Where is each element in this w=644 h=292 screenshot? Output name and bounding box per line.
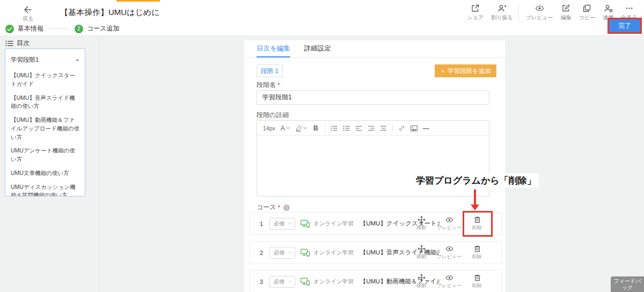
delete-button[interactable]: 削除 bbox=[465, 245, 489, 260]
course-type-label: オンライン学習 bbox=[313, 278, 354, 286]
feedback-button[interactable]: フィードバック bbox=[611, 276, 644, 292]
online-learning-icon bbox=[301, 278, 310, 286]
trash-icon bbox=[473, 216, 481, 224]
course-row-actions: 移動 プレビュー 削除 bbox=[409, 213, 489, 235]
move-button[interactable]: 移動 bbox=[409, 274, 433, 289]
toolbar-button[interactable]: コピー bbox=[575, 4, 599, 21]
highlight-icon bbox=[295, 125, 302, 132]
content-area: 目次 学習段階1 【UMU】クイックスタートガイド 【UMU】音声スライド機能の… bbox=[0, 35, 644, 292]
tab-advanced-settings[interactable]: 詳細設定 bbox=[304, 40, 331, 57]
course-row: 1 必修 オンライン学習 【UMU】クイックスタートガイド 移動 プレビュー 削… bbox=[250, 212, 502, 235]
trash-icon bbox=[473, 274, 481, 282]
course-list: 1 必修 オンライン学習 【UMU】クイックスタートガイド 移動 プレビュー 削… bbox=[250, 212, 502, 292]
stage-tab[interactable]: 段階 1 bbox=[257, 64, 283, 77]
toolbar-button[interactable]: 割り振る bbox=[487, 4, 516, 21]
toc-item-list: 【UMU】クイックスタートガイド 【UMU】音声スライド機能の使い方 【UMU】… bbox=[9, 71, 81, 196]
collapse-caret-icon[interactable] bbox=[75, 59, 79, 61]
preview-button[interactable]: プレビュー bbox=[437, 245, 461, 260]
align-center-button[interactable] bbox=[377, 125, 390, 132]
back-button[interactable]: 戻る bbox=[18, 5, 38, 23]
required-asterisk: * bbox=[278, 204, 281, 211]
preview-button[interactable]: プレビュー bbox=[437, 274, 461, 289]
eye-icon bbox=[445, 274, 453, 282]
step-done-check-icon bbox=[5, 25, 14, 33]
font-color-select[interactable]: A bbox=[278, 125, 292, 132]
toolbar-button[interactable]: プレビュー bbox=[518, 4, 557, 21]
toolbar-icon bbox=[603, 4, 613, 13]
toolbar-icon bbox=[491, 4, 513, 13]
toc-header: 目次 bbox=[5, 39, 30, 48]
eye-icon bbox=[445, 216, 453, 224]
delete-button[interactable]: 削除 bbox=[465, 216, 489, 231]
align-left-button[interactable] bbox=[353, 125, 365, 132]
course-row: 2 必修 オンライン学習 【UMU】音声スライド機能の使... 移動 プレビュー… bbox=[250, 241, 502, 264]
course-label: コース * i bbox=[257, 203, 290, 212]
course-row-actions: 移動 プレビュー 削除 bbox=[409, 242, 489, 264]
toc-item[interactable]: 【UMU】動画機能＆ファイルアップロード機能の使い方 bbox=[9, 116, 81, 141]
step-connector bbox=[49, 28, 69, 29]
back-arrow-icon bbox=[18, 5, 38, 14]
toc-list-icon bbox=[5, 40, 13, 47]
step-indicator: 基本情報 2 コース追加 bbox=[5, 24, 120, 33]
toolbar-button[interactable]: シェア bbox=[463, 4, 487, 21]
bold-button[interactable]: B bbox=[310, 125, 322, 132]
toc-item[interactable]: UMU文章機能の使い方 bbox=[9, 169, 81, 178]
toc-title: 目次 bbox=[17, 39, 30, 48]
course-requirement-select[interactable]: 必修 bbox=[269, 276, 295, 288]
toc-group-stage1[interactable]: 学習段階1 bbox=[9, 54, 81, 71]
stage-name-label-text: 段階名 bbox=[257, 81, 276, 90]
insert-image-button[interactable] bbox=[408, 125, 420, 132]
horizontal-rule-button[interactable]: — bbox=[420, 125, 432, 132]
add-stage-button[interactable]: ＋ 学習段階を追加 bbox=[435, 64, 496, 77]
course-requirement-select[interactable]: 必修 bbox=[269, 247, 295, 259]
preview-label: プレビュー bbox=[437, 224, 462, 231]
online-learning-icon bbox=[301, 220, 310, 228]
done-button-highlight: 完了 bbox=[608, 18, 642, 34]
insert-link-button[interactable] bbox=[396, 125, 408, 132]
toolbar-button[interactable]: 編集 bbox=[557, 4, 575, 21]
unordered-list-button[interactable] bbox=[340, 125, 353, 132]
align-right-button[interactable] bbox=[365, 125, 377, 132]
move-button[interactable]: 移動 bbox=[409, 245, 433, 260]
chevron-down-icon bbox=[285, 127, 290, 129]
panel-tabs: 目次を編集 詳細設定 bbox=[244, 40, 505, 58]
toc-item[interactable]: UMUディスカッション機能＆質問機能の使い方 bbox=[9, 183, 81, 197]
ordered-list-button[interactable] bbox=[328, 125, 340, 132]
trash-icon bbox=[473, 245, 481, 253]
move-icon bbox=[418, 216, 426, 224]
chevron-down-icon bbox=[288, 251, 292, 254]
course-requirement-value: 必修 bbox=[274, 249, 285, 257]
toc-item[interactable]: 【UMU】音声スライド機能の使い方 bbox=[9, 94, 81, 111]
step-number-badge: 2 bbox=[75, 25, 83, 33]
delete-button[interactable]: 削除 bbox=[465, 274, 489, 289]
toolbar-icon bbox=[526, 4, 553, 13]
active-tab-indicator bbox=[116, 0, 160, 2]
step-label-add-course: コース追加 bbox=[87, 24, 120, 33]
toolbar-icon bbox=[561, 4, 572, 13]
font-size-select[interactable]: 14px bbox=[260, 125, 278, 132]
toc-item[interactable]: UMUアンケート機能の使い方 bbox=[9, 147, 81, 164]
eye-icon bbox=[445, 245, 453, 253]
move-icon bbox=[418, 274, 426, 282]
done-button[interactable]: 完了 bbox=[609, 19, 640, 32]
preview-button[interactable]: プレビュー bbox=[437, 216, 461, 231]
sidebar-divider bbox=[99, 35, 99, 292]
font-color-letter: A bbox=[281, 125, 285, 132]
editor-toolbar: 14px A B — bbox=[257, 121, 489, 136]
move-button[interactable]: 移動 bbox=[409, 216, 433, 231]
course-row: 3 必修 オンライン学習 【UMU】動画機能＆ファイルア... 移動 プレビュー… bbox=[250, 270, 502, 292]
edit-panel: 目次を編集 詳細設定 段階 1 ＋ 学習段階を追加 段階名 * 段階の詳細 14… bbox=[244, 40, 505, 292]
preview-label: プレビュー bbox=[437, 282, 462, 289]
delete-label: 削除 bbox=[472, 282, 482, 289]
toolbar-label: プレビュー bbox=[526, 14, 553, 21]
header: 戻る 【基本操作】UMUはじめに シェア 割り振る プレビュー bbox=[0, 0, 644, 36]
required-asterisk: * bbox=[277, 82, 280, 89]
tab-edit-toc[interactable]: 目次を編集 bbox=[257, 40, 290, 57]
toolbar-separator bbox=[392, 125, 393, 132]
stage-name-input[interactable] bbox=[257, 90, 489, 105]
course-requirement-select[interactable]: 必修 bbox=[269, 218, 295, 230]
info-icon: i bbox=[283, 205, 290, 211]
toc-item[interactable]: 【UMU】クイックスタートガイド bbox=[9, 71, 81, 89]
highlight-select[interactable] bbox=[292, 125, 310, 132]
stage-header-row: 段階 1 ＋ 学習段階を追加 bbox=[257, 64, 496, 77]
